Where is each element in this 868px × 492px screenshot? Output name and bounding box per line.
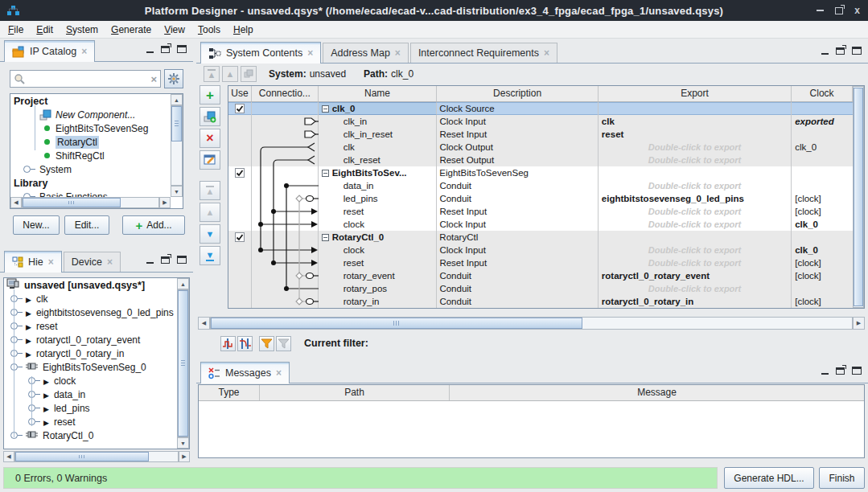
system-row-EightBitsToSev...[interactable]: EightBitsToSev...EightBitsToSevenSeg	[228, 166, 853, 179]
system-row-clk[interactable]: clkClock OutputDouble-click to exportclk…	[228, 141, 853, 154]
panel-maximize-icon[interactable]	[852, 47, 862, 55]
export-cell[interactable]	[599, 102, 792, 115]
name-cell[interactable]: rotary_event	[319, 269, 438, 282]
export-cell[interactable]: Double-click to export	[599, 244, 792, 256]
move-to-top-button[interactable]: ▲	[200, 181, 220, 200]
duplicate-component-button[interactable]	[200, 107, 220, 126]
use-checkbox[interactable]	[235, 168, 245, 178]
export-cell[interactable]: Double-click to export	[599, 141, 792, 154]
name-cell[interactable]: clk_in	[319, 115, 438, 128]
system-row-led_pins[interactable]: led_pinsConduiteightbitstosevenseg_0_led…	[228, 192, 853, 205]
tab-address-map[interactable]: Address Map ×	[323, 43, 409, 63]
system-row-clock[interactable]: clockClock InputDouble-click to exportcl…	[228, 244, 853, 256]
connections-cell[interactable]	[252, 166, 319, 179]
hierarchy-root[interactable]: unsaved [unsaved.qsys*]	[4, 278, 177, 292]
name-cell[interactable]: clock	[319, 218, 438, 231]
add-button[interactable]: + Add...	[122, 215, 185, 235]
name-cell[interactable]: reset	[319, 256, 438, 269]
clock-cell[interactable]	[792, 102, 853, 115]
export-cell[interactable]: rotaryctl_0_rotary_in	[599, 295, 792, 308]
name-cell[interactable]: clk_0	[319, 102, 438, 115]
tab-close-icon[interactable]: ×	[544, 47, 549, 59]
clock-cell[interactable]: clk_0	[792, 218, 853, 231]
component-mini-button[interactable]	[241, 66, 257, 82]
clock-cell[interactable]	[792, 231, 853, 244]
system-row-rotary_pos[interactable]: rotary_posConduitDouble-click to export	[228, 282, 853, 295]
collapse-icon[interactable]	[322, 105, 329, 113]
system-row-reset[interactable]: resetReset InputDouble-click to export[c…	[228, 256, 853, 269]
panel-minimize-icon[interactable]	[146, 51, 154, 53]
export-cell[interactable]	[599, 166, 792, 179]
column-export[interactable]: Export	[599, 86, 792, 101]
column-use[interactable]: Use	[228, 86, 252, 101]
ip-tree-system[interactable]: System	[10, 162, 171, 176]
window-minimize-icon[interactable]	[817, 10, 824, 11]
move-top-mini-button[interactable]: ▲	[204, 66, 220, 82]
move-up-mini-button[interactable]: ▲	[222, 66, 238, 82]
tab-close-icon[interactable]: ×	[307, 47, 313, 59]
clear-filter-button[interactable]	[276, 336, 291, 351]
expander-icon[interactable]	[23, 166, 31, 173]
use-checkbox[interactable]	[235, 232, 245, 242]
clock-cell[interactable]	[792, 166, 853, 179]
hierarchy-vertical-scrollbar[interactable]: ▲ ▼	[177, 278, 189, 449]
panel-minimize-icon[interactable]	[821, 373, 829, 375]
ip-tree-new-component[interactable]: New Component...	[10, 108, 171, 121]
panel-float-icon[interactable]	[836, 47, 845, 55]
connections-cell[interactable]	[252, 218, 319, 231]
column-description[interactable]: Description	[437, 86, 598, 101]
export-cell[interactable]: Double-click to export	[599, 256, 792, 269]
clock-cell[interactable]: [clock]	[792, 205, 853, 218]
table-vertical-scrollbar[interactable]	[853, 86, 864, 308]
window-restore-icon[interactable]	[835, 7, 843, 14]
panel-float-icon[interactable]	[161, 256, 170, 264]
connections-cell[interactable]	[252, 295, 319, 308]
settings-button[interactable]	[164, 69, 183, 88]
column-path[interactable]: Path	[260, 385, 450, 400]
export-cell[interactable]: Double-click to export	[599, 154, 792, 166]
hierarchy-export-clk[interactable]: ▶clk	[4, 292, 177, 305]
panel-minimize-icon[interactable]	[146, 262, 154, 264]
export-cell[interactable]: Double-click to export	[599, 282, 792, 295]
tab-close-icon[interactable]: ×	[276, 367, 282, 379]
system-row-RotaryCtl_0[interactable]: RotaryCtl_0RotaryCtl	[228, 231, 853, 244]
tab-close-icon[interactable]: ×	[48, 256, 54, 268]
name-cell[interactable]: EightBitsToSev...	[319, 166, 438, 179]
column-connections[interactable]: Connectio...	[252, 86, 319, 101]
export-cell[interactable]: reset	[599, 128, 792, 141]
tab-close-icon[interactable]: ×	[81, 46, 87, 57]
name-cell[interactable]: rotary_pos	[319, 282, 438, 295]
edit-component-button[interactable]	[200, 150, 220, 170]
export-cell[interactable]	[599, 231, 792, 244]
search-clear-icon[interactable]: ×	[150, 73, 157, 85]
hierarchy-export-rotaryctl_0_rotary_in[interactable]: ▶rotaryctl_0_rotary_in	[4, 346, 177, 360]
menu-tools[interactable]: Tools	[191, 23, 227, 37]
system-row-rotary_in[interactable]: rotary_inConduitrotaryctl_0_rotary_in[cl…	[228, 295, 853, 308]
export-cell[interactable]: Double-click to export	[599, 179, 792, 192]
export-cell[interactable]: rotaryctl_0_rotary_event	[599, 269, 792, 282]
column-type[interactable]: Type	[199, 385, 260, 400]
ip-tree-basic-functions[interactable]: Basic Functions	[10, 190, 171, 197]
tab-ip-catalog[interactable]: IP Catalog ×	[4, 40, 95, 62]
hierarchy-export-rotaryctl_0_rotary_event[interactable]: ▶rotaryctl_0_rotary_event	[4, 333, 177, 346]
column-clock[interactable]: Clock	[792, 86, 853, 101]
table-horizontal-scrollbar[interactable]: ◀ ▶	[198, 317, 865, 330]
tab-close-icon[interactable]: ×	[395, 47, 401, 59]
clock-cell[interactable]: exported	[792, 115, 853, 128]
export-cell[interactable]: eightbitstosevenseg_0_led_pins	[599, 192, 792, 205]
clock-cell[interactable]	[792, 154, 853, 166]
connections-cell[interactable]	[252, 128, 319, 141]
connections-cell[interactable]	[252, 154, 319, 166]
system-row-reset[interactable]: resetReset InputDouble-click to export[c…	[228, 205, 853, 218]
system-row-clk_0[interactable]: clk_0Clock Source	[228, 102, 853, 115]
system-row-data_in[interactable]: data_inConduitDouble-click to export	[228, 179, 853, 192]
clock-cell[interactable]: clk_0	[792, 141, 853, 154]
panel-maximize-icon[interactable]	[852, 367, 862, 375]
panel-maximize-icon[interactable]	[177, 45, 187, 53]
connections-cell[interactable]	[252, 256, 319, 269]
menu-generate[interactable]: Generate	[105, 23, 158, 37]
remove-component-button[interactable]: ×	[200, 129, 220, 148]
show-signals-button[interactable]	[237, 336, 253, 351]
move-up-button[interactable]: ▲	[200, 203, 220, 222]
hierarchy-port-data_in[interactable]: ▶data_in	[4, 387, 177, 401]
